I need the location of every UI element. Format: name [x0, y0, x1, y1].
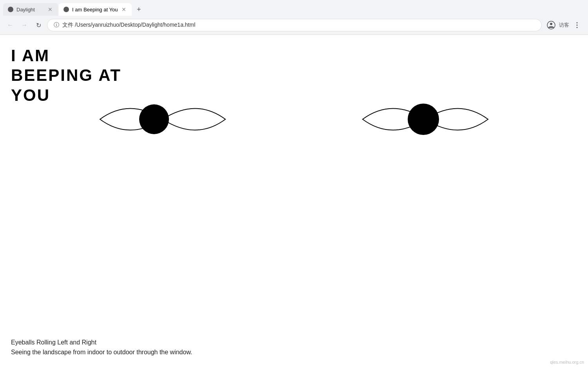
footer-line-1: Eyeballs Rolling Left and Right — [11, 337, 192, 348]
svg-point-5 — [550, 23, 552, 25]
forward-button[interactable]: → — [19, 20, 30, 31]
eyes-container — [0, 96, 588, 144]
heading-line-1: I AM — [11, 46, 122, 66]
beeping-tab-close[interactable]: ✕ — [121, 6, 127, 13]
tab-beeping-at-you[interactable]: I am Beeping at You ✕ — [59, 3, 132, 16]
new-tab-button[interactable]: + — [132, 3, 145, 16]
daylight-tab-icon — [8, 7, 13, 12]
tab-bar: Daylight ✕ I am Beeping at You ✕ + — [0, 0, 588, 16]
svg-point-10 — [408, 104, 439, 135]
tab-daylight[interactable]: Daylight ✕ — [3, 3, 58, 16]
footer-line-2: Seeing the landscape from indoor to outd… — [11, 347, 192, 357]
svg-point-1 — [9, 9, 11, 10]
url-bar[interactable]: ⓘ 文件 /Users/yanruizhuo/Desktop/Daylight/… — [47, 19, 542, 31]
daylight-tab-close[interactable]: ✕ — [47, 6, 53, 13]
account-label: 访客 — [559, 22, 569, 29]
back-button[interactable]: ← — [5, 20, 16, 31]
left-eye-wrapper — [96, 96, 229, 144]
beeping-tab-label: I am Beeping at You — [72, 7, 118, 13]
lock-icon: ⓘ — [54, 22, 59, 29]
url-text: 文件 /Users/yanruizhuo/Desktop/Daylight/ho… — [62, 22, 195, 29]
svg-point-8 — [577, 27, 578, 28]
menu-button[interactable] — [571, 19, 583, 31]
browser-chrome: Daylight ✕ I am Beeping at You ✕ + ← → — [0, 0, 588, 35]
right-eye-svg — [359, 96, 492, 143]
page-content: I AM BEEPING AT YOU — [0, 35, 588, 368]
svg-point-6 — [577, 22, 578, 24]
footer-text: Eyeballs Rolling Left and Right Seeing t… — [11, 337, 192, 357]
daylight-tab-label: Daylight — [16, 7, 35, 13]
svg-point-7 — [577, 25, 578, 26]
watermark: qles.meihu.org.cn — [550, 360, 584, 364]
browser-actions: 访客 — [545, 19, 583, 31]
svg-point-3 — [65, 9, 66, 10]
right-eye-wrapper — [359, 96, 492, 144]
refresh-button[interactable]: ↻ — [33, 20, 44, 31]
account-button[interactable] — [545, 19, 557, 31]
beeping-tab-icon — [64, 7, 69, 12]
heading-line-2: BEEPING AT — [11, 66, 122, 85]
left-eye-svg — [96, 96, 229, 143]
address-bar: ← → ↻ ⓘ 文件 /Users/yanruizhuo/Desktop/Day… — [0, 16, 588, 35]
svg-point-9 — [139, 104, 169, 134]
